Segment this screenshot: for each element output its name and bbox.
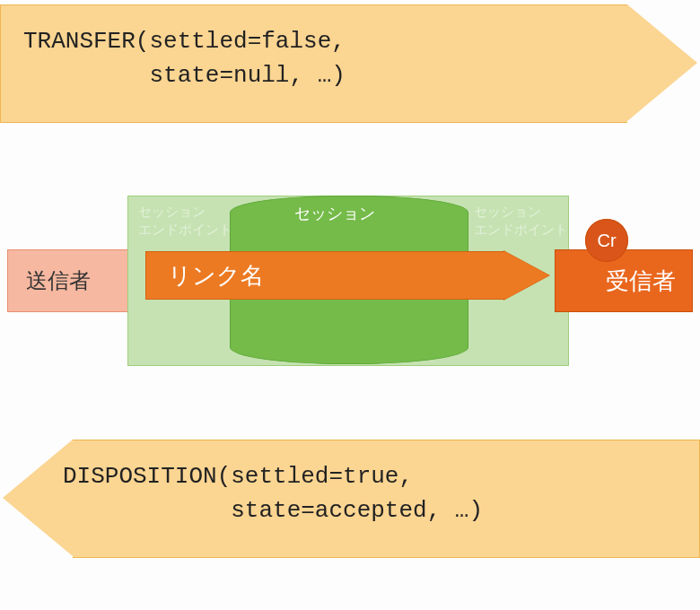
session-endpoint-left-label: セッション エンドポイント	[138, 203, 232, 239]
link-arrow-head-icon	[504, 251, 549, 300]
session-diagram: 送信者 セッション エンドポイント セッション セッション エンドポイント リン…	[7, 196, 693, 366]
sender-box: 送信者	[7, 249, 145, 312]
transfer-arrow: TRANSFER(settled=false, state=null, …)	[0, 4, 700, 121]
disposition-text: DISPOSITION(settled=true, state=accepted…	[63, 459, 483, 527]
sender-label: 送信者	[26, 266, 91, 295]
receiver-label: 受信者	[606, 266, 676, 297]
session-endpoint-right-label: セッション エンドポイント	[474, 203, 568, 239]
disposition-arrow: DISPOSITION(settled=true, state=accepted…	[0, 440, 700, 556]
link-label: リンク名	[168, 260, 264, 292]
transfer-arrow-head-icon	[627, 4, 697, 121]
link-arrow: リンク名	[145, 251, 551, 300]
transfer-text: TRANSFER(settled=false, state=null, …)	[23, 24, 346, 92]
credit-badge: Cr	[585, 219, 628, 262]
receiver-box: 受信者	[555, 249, 693, 312]
credit-badge-label: Cr	[597, 231, 616, 251]
session-title-label: セッション	[294, 205, 375, 222]
link-arrow-body: リンク名	[145, 251, 504, 300]
